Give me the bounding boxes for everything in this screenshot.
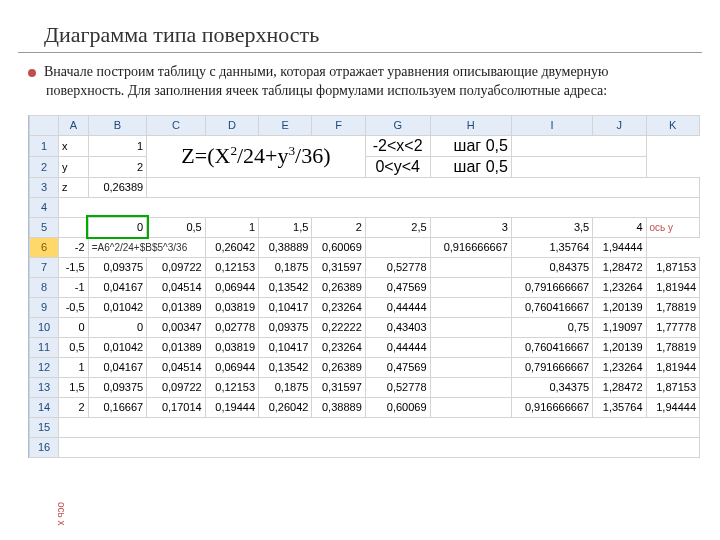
row-3[interactable]: 3 z 0,26389: [30, 177, 700, 197]
col-F[interactable]: F: [312, 115, 365, 135]
row-2[interactable]: 2 y 2 0<y<4 шаг 0,5: [30, 156, 700, 177]
row-11[interactable]: 110,50,010420,013890,038190,104170,23264…: [30, 337, 700, 357]
row-8[interactable]: 8-10,041670,045140,069440,135420,263890,…: [30, 277, 700, 297]
row-7[interactable]: 7-1,50,093750,097220,121530,18750,315970…: [30, 257, 700, 277]
col-G[interactable]: G: [365, 115, 430, 135]
col-K[interactable]: K: [646, 115, 699, 135]
bullet-icon: [28, 69, 36, 77]
col-D[interactable]: D: [205, 115, 258, 135]
slide-title: Диаграмма типа поверхность: [18, 0, 702, 53]
row-9[interactable]: 9-0,50,010420,013890,038190,104170,23264…: [30, 297, 700, 317]
col-B[interactable]: B: [88, 115, 147, 135]
row-4[interactable]: 4: [30, 197, 700, 217]
row-1[interactable]: 1 x 1 Z=(X2/24+y3/36) -2<x<2 шаг 0,5: [30, 135, 700, 156]
corner-cell[interactable]: [30, 115, 59, 135]
col-A[interactable]: A: [59, 115, 89, 135]
row-16[interactable]: 16: [30, 437, 700, 457]
col-C[interactable]: C: [147, 115, 206, 135]
row-10[interactable]: 10000,003470,027780,093750,222220,434030…: [30, 317, 700, 337]
row-15[interactable]: 15: [30, 417, 700, 437]
spreadsheet[interactable]: A B C D E F G H I J K 1 x 1 Z=(X2/24+y3/…: [28, 115, 700, 458]
row-5[interactable]: 5 0 0,5 1 1,5 2 2,5 3 3,5 4 ось y: [30, 217, 700, 237]
formula-cell[interactable]: =A6^2/24+$B$5^3/36: [88, 237, 205, 257]
axis-x-label: ось x: [56, 502, 67, 526]
row-13[interactable]: 131,50,093750,097220,121530,18750,315970…: [30, 377, 700, 397]
col-H[interactable]: H: [430, 115, 511, 135]
body-paragraph: Вначале построим таблицу с данными, кото…: [0, 63, 720, 111]
col-E[interactable]: E: [259, 115, 312, 135]
row-12[interactable]: 1210,041670,045140,069440,135420,263890,…: [30, 357, 700, 377]
col-J[interactable]: J: [593, 115, 646, 135]
row-14[interactable]: 1420,166670,170140,194440,260420,388890,…: [30, 397, 700, 417]
col-I[interactable]: I: [511, 115, 592, 135]
row-6[interactable]: 6 -2 =A6^2/24+$B$5^3/36 0,260420,388890,…: [30, 237, 700, 257]
formula-display: Z=(X2/24+y3/36): [147, 135, 366, 177]
axis-y-label: ось y: [646, 217, 699, 237]
